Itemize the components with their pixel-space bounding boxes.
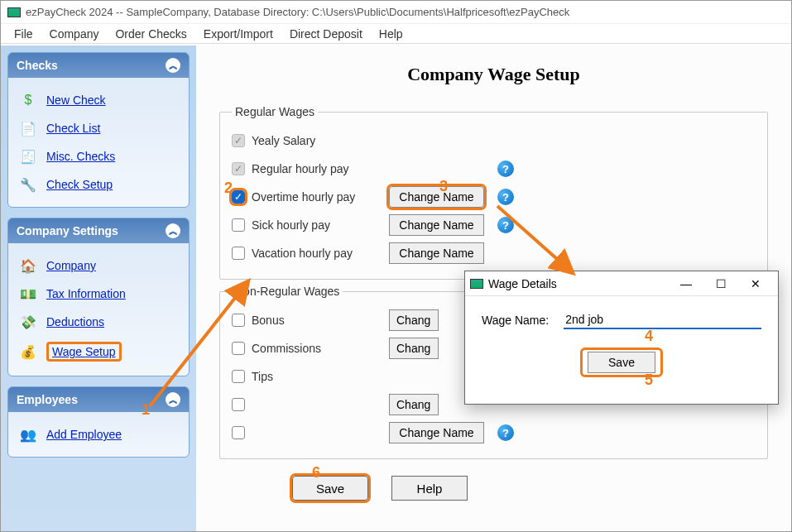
fieldset-regular-wages: Regular Wages ✓ Yealy Salary ✓ Regular h… <box>219 105 768 280</box>
sidebar-item-label: Check List <box>46 122 100 135</box>
panel-header-employees[interactable]: Employees ︽ <box>8 387 189 412</box>
collapse-icon[interactable]: ︽ <box>166 392 180 407</box>
wage-row-overtime-hourly: ✓ Overtime hourly pay Change Name ? <box>232 183 756 211</box>
wage-label: Vacation hourly pay <box>252 247 353 260</box>
dialog-title: Wage Details <box>488 277 557 290</box>
panel-title-checks: Checks <box>17 59 58 72</box>
wage-label: Overtime hourly pay <box>252 190 355 204</box>
checkbox-sick-hourly[interactable] <box>232 218 245 232</box>
sidebar-item-misc-checks[interactable]: 🧾 Misc. Checks <box>17 142 184 170</box>
legend-nonregular: Non-Regular Wages <box>232 285 343 298</box>
deduct-icon: 💸 <box>20 314 36 330</box>
dialog-save-button[interactable]: Save <box>588 352 655 373</box>
help-icon[interactable]: ? <box>497 217 514 233</box>
pages-icon: 📄 <box>20 120 36 137</box>
menu-direct-deposit[interactable]: Direct Deposit <box>281 25 371 43</box>
sidebar-item-new-check[interactable]: $ New Check <box>17 86 184 114</box>
wage-name-label: Wage Name: <box>482 314 549 327</box>
sidebar-item-label: Company <box>46 259 96 272</box>
sidebar-item-label: Add Employee <box>46 428 122 441</box>
legend-regular: Regular Wages <box>232 105 318 118</box>
collapse-icon[interactable]: ︽ <box>166 223 180 238</box>
panel-title-company: Company Settings <box>17 224 118 237</box>
menu-company[interactable]: Company <box>41 25 108 43</box>
minimize-icon[interactable]: — <box>669 272 703 295</box>
wage-row-yearly-salary: ✓ Yealy Salary <box>232 127 756 155</box>
checkbox-overtime-hourly[interactable]: ✓ <box>232 190 245 204</box>
sidebar-item-deductions[interactable]: 💸 Deductions <box>17 308 184 336</box>
help-button[interactable]: Help <box>391 476 468 501</box>
checkbox-yearly-salary: ✓ <box>232 134 245 147</box>
sidebar: Checks ︽ $ New Check 📄 Check List 🧾 Misc… <box>1 46 196 531</box>
wage-label: Yealy Salary <box>252 134 315 147</box>
wage-name-input[interactable] <box>564 311 761 329</box>
wage-row-sick-hourly: Sick hourly pay Change Name ? <box>232 211 756 239</box>
panel-employees: Employees ︽ 👥 Add Employee <box>7 386 190 458</box>
dialog-titlebar[interactable]: Wage Details — ☐ ✕ <box>465 271 778 296</box>
sidebar-item-check-list[interactable]: 📄 Check List <box>17 114 184 142</box>
close-icon[interactable]: ✕ <box>738 272 773 295</box>
page-title: Company Wage Setup <box>219 64 768 85</box>
house-icon: 🏠 <box>20 257 36 274</box>
menu-file[interactable]: File <box>6 25 41 43</box>
sidebar-item-label: New Check <box>46 93 106 107</box>
sidebar-item-wage-setup[interactable]: 💰 Wage Setup <box>17 336 184 367</box>
checkbox-bonus[interactable] <box>232 314 245 327</box>
sidebar-item-label: Misc. Checks <box>46 150 115 163</box>
sidebar-item-label: Deductions <box>46 315 104 328</box>
window-title: ezPayCheck 2024 -- SampleCompany, Databa… <box>26 6 569 18</box>
menu-order-checks[interactable]: Order Checks <box>107 25 194 43</box>
checkbox-tips[interactable] <box>232 370 245 383</box>
help-icon[interactable]: ? <box>497 161 514 177</box>
dialog-wage-details: Wage Details — ☐ ✕ Wage Name: Save <box>464 271 779 405</box>
menu-help[interactable]: Help <box>371 25 411 43</box>
panel-company-settings: Company Settings ︽ 🏠 Company 💵 Tax Infor… <box>7 218 190 376</box>
wage-row-vacation-hourly: Vacation hourly pay Change Name <box>232 239 756 267</box>
sidebar-item-company[interactable]: 🏠 Company <box>17 252 184 280</box>
menu-export-import[interactable]: Export/Import <box>195 25 281 43</box>
panel-header-company[interactable]: Company Settings ︽ <box>8 218 189 243</box>
panel-checks: Checks ︽ $ New Check 📄 Check List 🧾 Misc… <box>7 52 190 208</box>
help-icon[interactable]: ? <box>497 424 514 441</box>
change-name-button-custom-1[interactable]: Chang <box>389 394 439 415</box>
help-icon[interactable]: ? <box>497 189 514 205</box>
checkbox-vacation-hourly[interactable] <box>232 247 245 260</box>
sidebar-item-label: Tax Information <box>46 287 126 300</box>
wrench-icon: 🔧 <box>20 176 36 193</box>
wage-label: Regular hourly pay <box>252 162 349 175</box>
sidebar-item-label: Wage Setup <box>46 342 122 362</box>
sidebar-item-add-employee[interactable]: 👥 Add Employee <box>17 420 184 448</box>
coins-icon: 💰 <box>20 343 36 360</box>
change-name-button-overtime[interactable]: Change Name <box>389 186 484 208</box>
money-icon: 💵 <box>20 285 36 302</box>
collapse-icon[interactable]: ︽ <box>166 58 180 73</box>
people-icon: 👥 <box>20 426 36 443</box>
checkbox-custom-1[interactable] <box>232 398 245 411</box>
change-name-button-custom-2[interactable]: Change Name <box>389 422 484 443</box>
change-name-button-sick[interactable]: Change Name <box>389 214 484 236</box>
sidebar-item-label: Check Setup <box>46 178 113 191</box>
save-button[interactable]: Save <box>292 476 368 501</box>
maximize-icon[interactable]: ☐ <box>703 272 738 295</box>
window-titlebar: ezPayCheck 2024 -- SampleCompany, Databa… <box>1 1 791 24</box>
change-name-button-vacation[interactable]: Change Name <box>389 242 484 264</box>
change-name-button-commissions[interactable]: Chang <box>389 338 439 359</box>
app-icon <box>470 279 483 289</box>
wage-label: Tips <box>252 370 273 383</box>
checkbox-commissions[interactable] <box>232 342 245 355</box>
dollar-icon: $ <box>20 92 36 108</box>
checkbox-regular-hourly: ✓ <box>232 162 245 175</box>
sidebar-item-check-setup[interactable]: 🔧 Check Setup <box>17 170 184 199</box>
checkbox-custom-2[interactable] <box>232 426 245 439</box>
wage-label: Bonus <box>252 314 285 327</box>
panel-title-employees: Employees <box>17 393 78 406</box>
wage-label: Commissions <box>252 342 321 355</box>
panel-header-checks[interactable]: Checks ︽ <box>8 53 189 78</box>
wage-label: Sick hourly pay <box>252 218 330 232</box>
wage-row-custom-2: Change Name ? <box>232 419 756 447</box>
app-icon <box>7 7 21 17</box>
menubar: File Company Order Checks Export/Import … <box>1 24 791 44</box>
sidebar-item-tax-information[interactable]: 💵 Tax Information <box>17 280 184 308</box>
wage-row-regular-hourly: ✓ Regular hourly pay ? <box>232 155 756 183</box>
change-name-button-bonus[interactable]: Chang <box>389 309 439 331</box>
